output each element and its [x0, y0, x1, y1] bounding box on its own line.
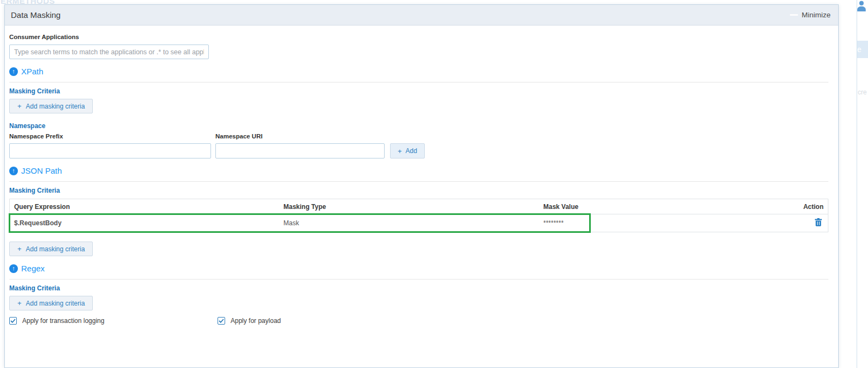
namespace-uri-input[interactable] [215, 143, 385, 158]
add-masking-criteria-label: Add masking criteria [26, 245, 85, 253]
masking-type-cell: Mask [279, 214, 539, 232]
minimize-button[interactable]: Minimize [790, 11, 831, 19]
divider [9, 181, 828, 182]
section-regex-heading[interactable]: ↑ Regex [9, 264, 828, 273]
regex-add-masking-criteria-button[interactable]: + Add masking criteria [9, 296, 93, 310]
namespace-prefix-group: Namespace Prefix [9, 133, 211, 158]
collapse-arrow-icon[interactable]: ↑ [9, 67, 18, 76]
apply-transaction-logging-option: Apply for transaction logging [9, 317, 218, 325]
add-masking-criteria-label: Add masking criteria [26, 103, 85, 110]
dialog-body: Consumer Applications ↑ XPath Masking Cr… [5, 34, 838, 325]
table-row: $.RequestBody Mask ******** [10, 214, 828, 232]
plus-icon: + [17, 299, 22, 307]
query-expression-header: Query Expression [10, 199, 279, 214]
namespace-uri-group: Namespace URI [215, 133, 385, 158]
apply-payload-label: Apply for payload [231, 317, 281, 325]
check-icon [10, 319, 16, 323]
namespace-prefix-input[interactable] [9, 143, 211, 158]
delete-row-button[interactable] [813, 217, 824, 229]
consumer-applications-label: Consumer Applications [9, 34, 828, 40]
delete-icon [815, 218, 822, 226]
section-json-path-title: JSON Path [21, 166, 62, 175]
query-expression-cell: $.RequestBody [10, 214, 279, 232]
json-path-add-masking-criteria-button[interactable]: + Add masking criteria [9, 242, 93, 256]
masking-type-header: Masking Type [279, 199, 539, 214]
collapse-arrow-icon[interactable]: ↑ [9, 167, 18, 175]
xpath-masking-criteria-label: Masking Criteria [9, 87, 828, 95]
minimize-label: Minimize [802, 11, 831, 19]
dialog-title: Data Masking [11, 10, 61, 20]
add-masking-criteria-label: Add masking criteria [26, 300, 85, 307]
table-header-row: Query Expression Masking Type Mask Value… [10, 199, 828, 214]
section-regex-title: Regex [21, 264, 44, 273]
apply-options-row: Apply for transaction logging Apply for … [9, 317, 828, 325]
mask-value-header: Mask Value [539, 199, 773, 214]
plus-icon: + [17, 102, 22, 110]
action-header: Action [773, 199, 828, 214]
dialog-header: Data Masking Minimize [5, 5, 838, 26]
section-xpath-heading[interactable]: ↑ XPath [9, 67, 828, 76]
namespace-add-label: Add [406, 147, 417, 155]
namespace-uri-label: Namespace URI [215, 133, 385, 139]
plus-icon: + [17, 245, 22, 253]
divider [9, 82, 828, 83]
user-avatar-icon[interactable] [856, 0, 867, 14]
apply-transaction-logging-label: Apply for transaction logging [22, 317, 104, 325]
section-json-path-heading[interactable]: ↑ JSON Path [9, 166, 828, 175]
apply-payload-option: Apply for payload [218, 317, 281, 325]
background-button-fragment: e [857, 41, 868, 58]
section-xpath-title: XPath [21, 67, 43, 76]
json-path-criteria-table-wrap: Query Expression Masking Type Mask Value… [9, 199, 828, 232]
divider [9, 279, 828, 280]
namespace-row: Namespace Prefix Namespace URI + Add [9, 133, 828, 158]
check-icon [219, 319, 224, 323]
action-cell [773, 214, 828, 232]
namespace-prefix-label: Namespace Prefix [9, 133, 211, 139]
xpath-add-masking-criteria-button[interactable]: + Add masking criteria [9, 99, 93, 113]
collapse-arrow-icon[interactable]: ↑ [9, 264, 18, 273]
namespace-add-button[interactable]: + Add [390, 143, 425, 158]
consumer-applications-search-input[interactable] [9, 45, 209, 59]
minimize-icon [790, 14, 798, 16]
namespace-title: Namespace [9, 122, 828, 130]
json-path-criteria-table: Query Expression Masking Type Mask Value… [9, 199, 828, 232]
mask-value-cell: ******** [539, 214, 773, 232]
data-masking-dialog: Data Masking Minimize Consumer Applicati… [4, 4, 839, 368]
apply-transaction-logging-checkbox[interactable] [9, 317, 17, 325]
plus-icon: + [398, 147, 402, 155]
json-path-masking-criteria-label: Masking Criteria [9, 187, 828, 194]
apply-payload-checkbox[interactable] [218, 317, 225, 325]
regex-masking-criteria-label: Masking Criteria [9, 284, 828, 292]
background-text-fragment: cre [858, 88, 867, 96]
